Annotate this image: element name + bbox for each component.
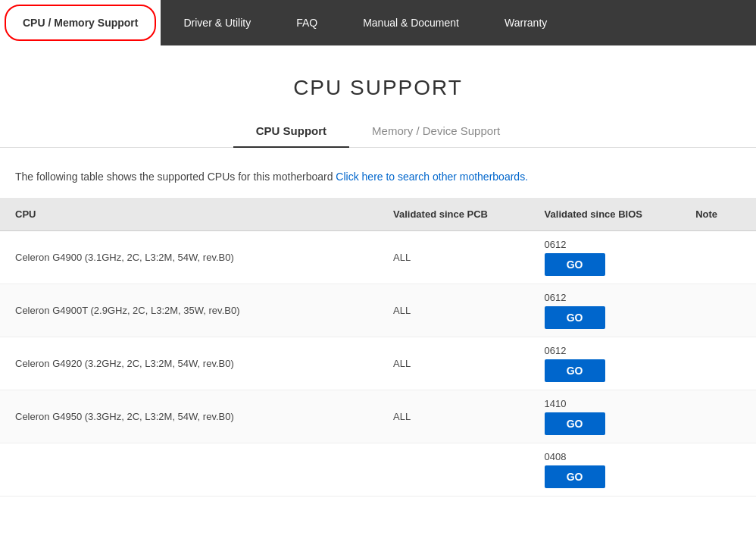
cell-bios: 0408GO [530, 443, 681, 497]
go-button[interactable]: GO [545, 412, 605, 435]
bios-version: 0612 [545, 239, 666, 250]
col-header-pcb: Validated since PCB [378, 198, 530, 231]
description-text: The following table shows the supported … [0, 163, 756, 198]
bios-cell-wrap: 0408GO [545, 443, 666, 496]
cell-pcb: ALL [378, 231, 530, 284]
tab-memory-device[interactable]: Memory / Device Support [349, 115, 523, 148]
cell-bios: 0612GO [530, 284, 681, 337]
bios-version: 1410 [545, 398, 666, 409]
bios-version: 0612 [545, 292, 666, 303]
cell-note [680, 337, 756, 390]
go-button[interactable]: GO [545, 253, 605, 276]
tab-cpu-support[interactable]: CPU Support [233, 115, 349, 148]
cell-bios: 1410GO [530, 390, 681, 443]
nav-item-manual[interactable]: Manual & Document [340, 0, 482, 45]
nav-item-warranty[interactable]: Warranty [482, 0, 570, 45]
table-row: Celeron G4950 (3.3GHz, 2C, L3:2M, 54W, r… [0, 390, 756, 443]
go-button[interactable]: GO [545, 306, 605, 329]
col-header-note: Note [680, 198, 756, 231]
cell-cpu [0, 443, 378, 497]
bios-cell-wrap: 0612GO [545, 337, 666, 390]
bios-version: 0612 [545, 345, 666, 356]
col-header-cpu: CPU [0, 198, 378, 231]
bios-cell-wrap: 0612GO [545, 231, 666, 284]
navigation: CPU / Memory Support Driver & Utility FA… [0, 0, 756, 45]
table-row: Celeron G4920 (3.2GHz, 2C, L3:2M, 54W, r… [0, 337, 756, 390]
col-header-bios: Validated since BIOS [530, 198, 681, 231]
nav-item-cpu-memory[interactable]: CPU / Memory Support [0, 0, 161, 45]
go-button[interactable]: GO [545, 359, 605, 382]
nav-item-faq[interactable]: FAQ [273, 0, 340, 45]
cell-pcb: ALL [378, 337, 530, 390]
cell-cpu: Celeron G4900T (2.9GHz, 2C, L3:2M, 35W, … [0, 284, 378, 337]
bios-cell-wrap: 1410GO [545, 390, 666, 443]
cpu-support-table: CPU Validated since PCB Validated since … [0, 198, 756, 497]
cell-cpu: Celeron G4920 (3.2GHz, 2C, L3:2M, 54W, r… [0, 337, 378, 390]
cell-note [680, 443, 756, 497]
bios-version: 0408 [545, 451, 666, 462]
cell-bios: 0612GO [530, 231, 681, 284]
table-row: Celeron G4900T (2.9GHz, 2C, L3:2M, 35W, … [0, 284, 756, 337]
cell-cpu: Celeron G4900 (3.1GHz, 2C, L3:2M, 54W, r… [0, 231, 378, 284]
cell-pcb [378, 443, 530, 497]
table-header-row: CPU Validated since PCB Validated since … [0, 198, 756, 231]
bios-cell-wrap: 0612GO [545, 284, 666, 337]
cell-note [680, 284, 756, 337]
table-row: Celeron G4900 (3.1GHz, 2C, L3:2M, 54W, r… [0, 231, 756, 284]
page-title: CPU SUPPORT [0, 45, 756, 115]
cell-pcb: ALL [378, 284, 530, 337]
cell-cpu: Celeron G4950 (3.3GHz, 2C, L3:2M, 54W, r… [0, 390, 378, 443]
go-button[interactable]: GO [545, 465, 605, 488]
cell-bios: 0612GO [530, 337, 681, 390]
tab-bar: CPU Support Memory / Device Support [0, 115, 756, 148]
search-link[interactable]: Click here to search other motherboards. [336, 171, 528, 183]
cell-note [680, 390, 756, 443]
nav-item-driver[interactable]: Driver & Utility [161, 0, 273, 45]
cell-pcb: ALL [378, 390, 530, 443]
table-row: 0408GO [0, 443, 756, 497]
cell-note [680, 231, 756, 284]
